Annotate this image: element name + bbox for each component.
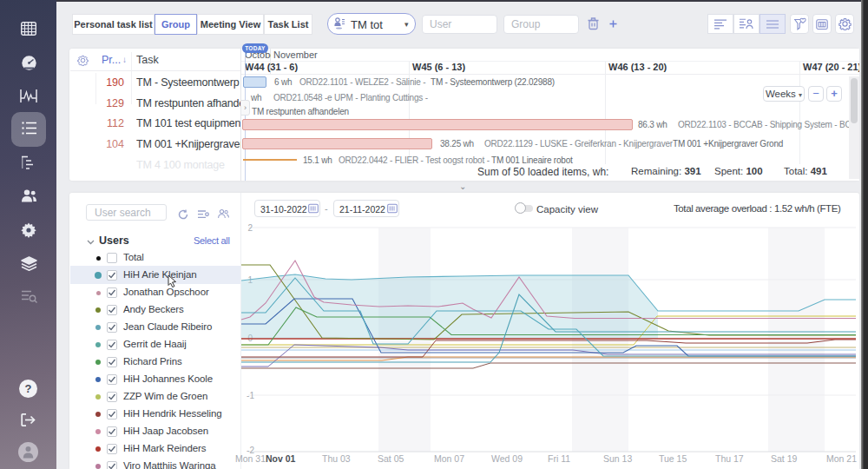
svg-text:-1: -1: [247, 391, 254, 400]
svg-text:Fri 11: Fri 11: [548, 453, 570, 464]
svg-text:Thu 03: Thu 03: [322, 453, 351, 464]
svg-text:Tue 15: Tue 15: [659, 453, 687, 464]
svg-text:Mon 31: Mon 31: [235, 453, 266, 464]
svg-text:2: 2: [247, 223, 253, 233]
svg-text:Sat 19: Sat 19: [771, 453, 798, 464]
svg-text:Wed 09: Wed 09: [491, 453, 523, 464]
svg-text:Sat 05: Sat 05: [378, 453, 404, 464]
svg-text:Mon 21: Mon 21: [826, 453, 857, 464]
svg-text:Sun 13: Sun 13: [603, 453, 632, 464]
svg-text:Thu 17: Thu 17: [715, 453, 744, 464]
svg-text:Nov 01: Nov 01: [266, 453, 296, 464]
svg-text:Mon 07: Mon 07: [434, 453, 464, 464]
